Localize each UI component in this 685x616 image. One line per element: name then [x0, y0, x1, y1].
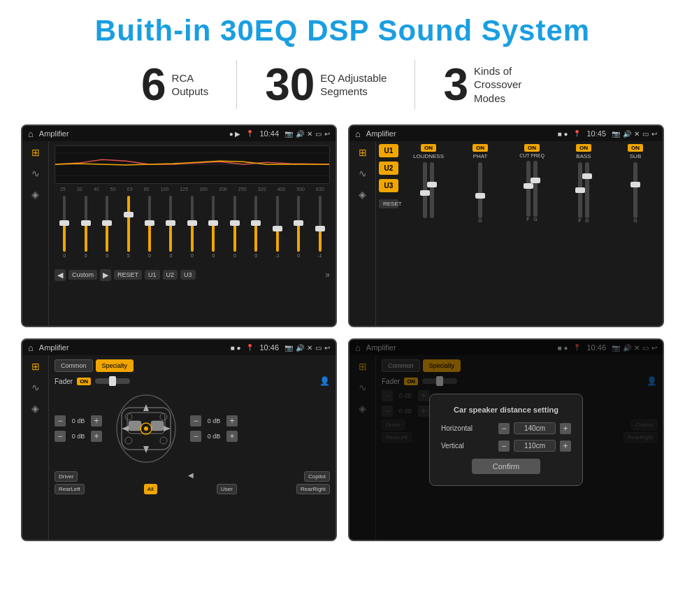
cutfreq-on: ON: [524, 144, 540, 152]
eq-slider-1[interactable]: 0: [80, 194, 92, 264]
fader-text: Fader: [55, 378, 73, 385]
crossover-icon-1[interactable]: ⊞: [359, 147, 367, 158]
eq-slider-6[interactable]: 0: [186, 194, 199, 264]
fader-icon-2[interactable]: ∿: [31, 382, 40, 393]
eq-slider-0[interactable]: 0: [58, 194, 71, 264]
eq-slider-2[interactable]: 0: [101, 194, 113, 264]
phat-slider[interactable]: [478, 162, 482, 218]
eq-icon-3[interactable]: ◈: [31, 189, 39, 200]
eq-slider-3[interactable]: 5: [122, 194, 135, 264]
vol2-value: 0 dB: [68, 433, 88, 440]
eq-slider-10[interactable]: -1: [271, 194, 284, 264]
eq-reset-button[interactable]: RESET: [114, 270, 142, 280]
eq-icon-1[interactable]: ⊞: [31, 147, 40, 158]
fader-slider[interactable]: [95, 378, 130, 384]
vol1-plus[interactable]: +: [91, 415, 102, 427]
fader-home-icon: ⌂: [28, 343, 34, 353]
eq-play-button[interactable]: ▶: [100, 269, 111, 281]
fader-volume-icon: 🔊: [296, 344, 304, 352]
tab-specialty[interactable]: Specialty: [96, 359, 134, 372]
vol2-plus[interactable]: +: [91, 431, 102, 442]
u3-button[interactable]: U3: [379, 179, 398, 192]
eq-slider-12[interactable]: -1: [314, 194, 326, 264]
stat-rca: 6 RCAOutputs: [113, 62, 236, 107]
svg-point-15: [125, 413, 132, 420]
bass-slider-2[interactable]: [585, 162, 589, 218]
loudness-slider-1[interactable]: [423, 162, 427, 218]
crossover-loudness: ON LOUDNESS: [408, 144, 449, 323]
crossover-icon-2[interactable]: ∿: [359, 168, 367, 179]
svg-marker-13: [122, 426, 129, 431]
fader-time: 10:46: [259, 343, 279, 352]
eq-slider-11[interactable]: 0: [292, 194, 305, 264]
eq-u1-button[interactable]: U1: [145, 270, 160, 280]
eq-prev-button[interactable]: ◀: [55, 269, 66, 281]
horizontal-minus[interactable]: −: [498, 423, 510, 434]
speaker-area: − 0 dB + − 0 dB +: [55, 390, 330, 467]
vol4-minus[interactable]: −: [190, 431, 201, 442]
cutfreq-slider-2[interactable]: [533, 161, 538, 217]
horizontal-plus[interactable]: +: [560, 423, 571, 434]
eq-slider-5[interactable]: 0: [164, 194, 177, 264]
u2-button[interactable]: U2: [379, 162, 398, 175]
vol2-minus[interactable]: −: [55, 431, 66, 442]
fader-user-icon[interactable]: 👤: [319, 376, 330, 386]
vertical-minus[interactable]: −: [498, 440, 510, 452]
loudness-slider-2[interactable]: [430, 162, 434, 218]
user-button[interactable]: User: [217, 484, 237, 494]
crossover-volume-icon: 🔊: [623, 130, 631, 138]
vol1-minus[interactable]: −: [55, 415, 66, 427]
crossover-phat: ON PHAT G: [459, 144, 501, 323]
left-vol-col: − 0 dB + − 0 dB +: [55, 415, 102, 442]
driver-button[interactable]: Driver: [55, 471, 78, 482]
eq-slider-8[interactable]: 0: [229, 194, 241, 264]
crossover-status-dots: ■ ●: [558, 130, 568, 138]
u1-button[interactable]: U1: [379, 144, 398, 157]
vol4-plus[interactable]: +: [226, 431, 238, 442]
screens-grid: ⌂ Amplifier ● ▶ 📍 10:44 📷 🔊 ✕ ▭ ↩ ⊞ ∿ ◈: [21, 124, 664, 541]
rearleft-button[interactable]: RearLeft: [55, 484, 85, 494]
fader-icon-3[interactable]: ◈: [31, 403, 39, 414]
eq-u2-button[interactable]: U2: [163, 270, 178, 280]
fader-location-icon: 📍: [246, 344, 254, 351]
fader-close-icon: ✕: [307, 344, 312, 352]
eq-close-icon: ✕: [307, 130, 312, 138]
crossover-reset-button[interactable]: RESET: [379, 199, 398, 208]
crossover-window-icon: ▭: [642, 130, 649, 138]
fader-icon-1[interactable]: ⊞: [31, 361, 40, 372]
phat-label: PHAT: [473, 153, 488, 159]
confirm-button[interactable]: Confirm: [472, 459, 541, 474]
vol3-minus[interactable]: −: [190, 415, 201, 427]
eq-u3-button[interactable]: U3: [180, 270, 196, 280]
eq-icon-2[interactable]: ∿: [31, 168, 40, 179]
vol-row-3: − 0 dB +: [190, 415, 238, 427]
svg-point-17: [125, 437, 132, 444]
tab-common[interactable]: Common: [55, 359, 93, 372]
eq-slider-7[interactable]: 0: [207, 194, 219, 264]
crossover-camera-icon: 📷: [612, 130, 620, 138]
bass-slider-1[interactable]: [578, 162, 582, 218]
crossover-icon-3[interactable]: ◈: [359, 189, 366, 200]
eq-location-icon: 📍: [246, 130, 254, 137]
crossover-content: ⊞ ∿ ◈ U1 U2 U3 RESET ON: [349, 141, 663, 326]
vol-row-1: − 0 dB +: [55, 415, 102, 427]
stat-rca-number: 6: [141, 62, 166, 107]
copilot-button[interactable]: Copilot: [304, 471, 330, 482]
eq-slider-4[interactable]: 0: [143, 194, 156, 264]
eq-status-dots: ● ▶: [229, 130, 241, 138]
eq-curve: [55, 145, 330, 184]
rearright-button[interactable]: RearRight: [296, 484, 330, 494]
vol3-plus[interactable]: +: [226, 415, 238, 427]
vertical-plus[interactable]: +: [560, 440, 571, 452]
crossover-time: 10:45: [586, 129, 606, 138]
eq-volume-icon: 🔊: [296, 130, 304, 138]
eq-slider-9[interactable]: 0: [250, 194, 262, 264]
sub-slider[interactable]: [633, 162, 637, 218]
fader-window-icon: ▭: [315, 344, 322, 352]
eq-custom-button[interactable]: Custom: [68, 270, 97, 280]
cutfreq-slider-1[interactable]: [526, 161, 531, 217]
fader-main-area: Common Specialty Fader ON 👤: [49, 355, 336, 540]
all-button[interactable]: All: [144, 484, 157, 494]
crossover-back-icon: ↩: [651, 130, 657, 138]
crossover-side-icons: ⊞ ∿ ◈: [349, 141, 376, 326]
